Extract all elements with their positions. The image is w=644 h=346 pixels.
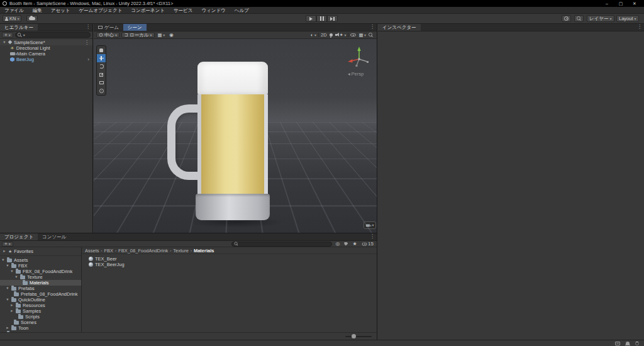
breadcrumb-item[interactable]: FBX	[104, 248, 114, 254]
pause-button[interactable]	[316, 15, 327, 22]
foldout-open-icon[interactable]: ▾	[3, 40, 6, 45]
2d-toggle[interactable]: 2D	[319, 32, 328, 38]
panel-menu-icon[interactable]: ⋮	[368, 233, 377, 240]
close-button[interactable]: ✕	[628, 0, 641, 7]
hidden-packages-toggle[interactable]: 15	[360, 241, 375, 247]
audio-toggle[interactable]	[334, 34, 338, 36]
tree-item-scenes[interactable]: Scenes	[0, 320, 81, 325]
panel-menu-icon[interactable]: ⋮	[368, 24, 377, 31]
tree-item-favorites[interactable]: ▸ ★ Favorites	[0, 248, 81, 254]
foldout-closed-icon[interactable]: ▸	[10, 309, 14, 313]
tree-item-samples[interactable]: ▸ Samples	[0, 308, 81, 314]
foldout-open-icon[interactable]: ▾	[14, 275, 18, 279]
foldout-closed-icon[interactable]: ▸	[10, 303, 14, 308]
tree-item-toon[interactable]: ▸ Toon	[0, 325, 81, 331]
tree-item-resources[interactable]: ▸ Resources	[0, 303, 81, 308]
breadcrumb-item-current[interactable]: Materials	[194, 248, 214, 254]
maximize-button[interactable]: ▢	[614, 0, 628, 7]
breadcrumb-item[interactable]: FBX_08_FoodAndDrink	[118, 248, 168, 254]
scene-search-button[interactable]	[367, 33, 374, 37]
projection-mode-button[interactable]: ◂ Persp	[348, 71, 364, 77]
foldout-open-icon[interactable]: ▾	[6, 264, 9, 268]
breadcrumb-item[interactable]: Texture	[173, 248, 189, 254]
scale-tool-button[interactable]	[97, 70, 106, 79]
layout-dropdown[interactable]: Layout ▾	[616, 15, 639, 22]
beerjug-base[interactable]	[196, 194, 270, 220]
account-dropdown[interactable]: KN ▾	[3, 15, 21, 22]
tree-item-materials[interactable]: Materials	[0, 280, 81, 286]
handle-position-dropdown[interactable]: 中心 ▾	[96, 32, 119, 38]
tree-item-fbx[interactable]: ▾ FBX	[0, 263, 81, 269]
foldout-open-icon[interactable]: ▾	[1, 258, 5, 262]
rotate-tool-button[interactable]	[97, 62, 106, 70]
save-search-button[interactable]: ★	[351, 241, 358, 247]
rect-tool-button[interactable]	[97, 79, 106, 87]
foldout-open-icon[interactable]: ▾	[6, 286, 9, 291]
foldout-open-icon[interactable]: ▾	[10, 269, 14, 274]
gizmos-dropdown[interactable]: ▦ ▾	[357, 32, 367, 38]
menu-component[interactable]: コンポーネント	[126, 7, 169, 14]
undo-history-button[interactable]	[562, 15, 571, 22]
search-by-label-button[interactable]	[343, 242, 349, 246]
transform-tool-button[interactable]	[97, 87, 106, 95]
hierarchy-item-main-camera[interactable]: Main Camera	[0, 51, 92, 57]
hierarchy-item-directional-light[interactable]: ☀ Directional Light	[0, 45, 92, 51]
foldout-open-icon[interactable]: ▾	[6, 298, 9, 302]
scene-visibility-toggle[interactable]	[349, 33, 357, 37]
slider-thumb[interactable]	[352, 334, 356, 338]
foldout-closed-icon[interactable]: ▸	[6, 326, 9, 330]
tree-item-fbx-08-foodanddrink[interactable]: ▾ FBX_08_FoodAndDrink	[0, 269, 81, 274]
tree-item-scripts[interactable]: Scripts	[0, 314, 81, 320]
menu-help[interactable]: ヘルプ	[230, 7, 253, 14]
scene-viewport[interactable]: ◂ Persp ▾	[94, 39, 377, 233]
tree-item-prefabs[interactable]: ▾ Prefabs	[0, 286, 81, 291]
menu-file[interactable]: ファイル	[0, 7, 28, 14]
hierarchy-item-beerjug[interactable]: BeerJug ›	[0, 57, 92, 62]
tree-item-prefabs-08-foodanddrink[interactable]: Prefabs_08_FoodAndDrink	[0, 291, 81, 297]
draw-mode-dropdown[interactable]: ◐ ▾	[309, 32, 318, 38]
play-button[interactable]	[306, 15, 316, 22]
orientation-gizmo[interactable]	[345, 44, 373, 73]
beerjug-3d-object[interactable]	[197, 94, 268, 194]
step-button[interactable]	[327, 15, 338, 22]
menu-window[interactable]: ウィンドウ	[197, 7, 230, 14]
move-tool-button[interactable]	[97, 54, 106, 62]
create-object-button[interactable]: + ▾	[2, 32, 13, 38]
layers-dropdown[interactable]: レイヤー ▾	[587, 15, 614, 22]
asset-item-tex-beerjug[interactable]: TEX_BeerJug	[86, 262, 377, 267]
scene-menu-icon[interactable]: ⋮	[82, 40, 91, 45]
camera-overlay-button[interactable]: ▾	[364, 221, 376, 229]
menu-gameobject[interactable]: ゲームオブジェクト	[74, 7, 126, 14]
minimize-button[interactable]: –	[600, 0, 614, 7]
tab-inspector[interactable]: インスペクター	[378, 24, 421, 31]
notifications-bell-icon[interactable]	[626, 342, 630, 345]
lighting-toggle[interactable]	[328, 33, 334, 36]
tree-item-assets[interactable]: ▾ Assets	[0, 257, 81, 263]
background-activity-icon[interactable]	[635, 342, 639, 345]
panel-menu-icon[interactable]: ⋮	[635, 24, 644, 31]
beerjug-foam[interactable]	[197, 62, 268, 94]
create-asset-button[interactable]: + ▾	[2, 242, 13, 247]
asset-item-tex-beer[interactable]: TEX_Beer	[86, 256, 377, 262]
breadcrumb-item[interactable]: Assets	[85, 248, 99, 254]
cloud-services-button[interactable]	[26, 15, 38, 22]
search-button[interactable]	[574, 15, 584, 22]
handle-rotation-dropdown[interactable]: ローカル ▾	[121, 32, 155, 38]
prefab-expand-icon[interactable]: ›	[86, 57, 91, 62]
icon-size-slider[interactable]	[345, 336, 372, 337]
menu-edit[interactable]: 編集	[28, 7, 47, 14]
tab-hierarchy[interactable]: ヒエラルキー	[0, 24, 38, 31]
hierarchy-search-input[interactable]: ▾	[15, 32, 91, 38]
snap-toggle[interactable]: ◉	[168, 32, 175, 38]
project-search-input[interactable]	[231, 242, 332, 247]
tree-item-texture[interactable]: ▾ Texture	[0, 274, 81, 280]
tab-console[interactable]: コンソール	[38, 233, 70, 240]
menu-assets[interactable]: アセット	[47, 7, 75, 14]
foldout-closed-icon[interactable]: ▸	[3, 249, 6, 254]
panel-menu-icon[interactable]: ⋮	[84, 24, 92, 31]
menu-services[interactable]: サービス	[169, 7, 197, 14]
tab-project[interactable]: プロジェクト	[0, 233, 38, 240]
console-message-icon[interactable]	[615, 342, 620, 345]
grid-snap-dropdown[interactable]: ▦ ▾	[157, 32, 167, 38]
tab-game[interactable]: ゲーム	[94, 24, 123, 31]
